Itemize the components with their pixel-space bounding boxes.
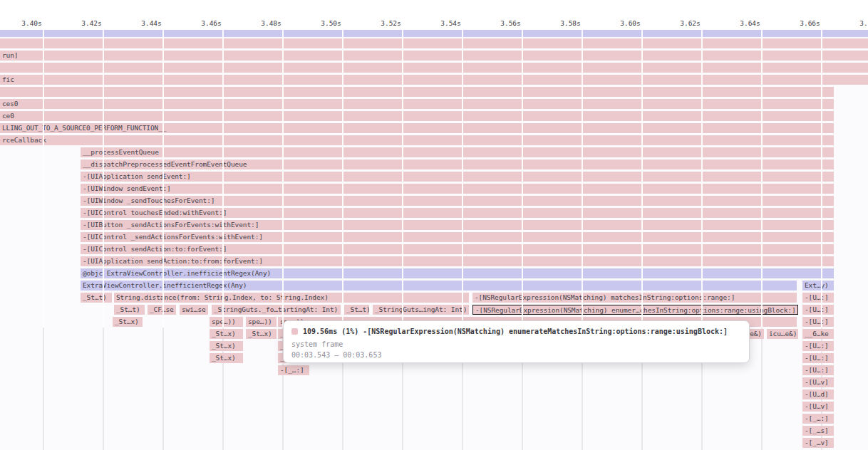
flame-bar[interactable]: LLING_OUT_TO_A_SOURCE0_PERFORM_FUNCTION_… — [0, 123, 834, 133]
flame-bar[interactable]: _St…x) — [210, 341, 243, 351]
flame-bar[interactable]: -[UIControl sendAction:to:forEvent:] — [81, 244, 834, 254]
gridline-overlay — [402, 30, 403, 328]
flame-bar[interactable]: -[U…:] — [802, 293, 834, 303]
flame-bar[interactable]: _St…t) — [81, 293, 112, 303]
flame-bar[interactable]: _St…x) — [246, 329, 277, 339]
flame-bar[interactable]: -[_…:] — [802, 414, 834, 424]
flame-bar[interactable]: _St…t) — [114, 305, 145, 315]
gridline-overlay — [582, 30, 583, 328]
axis-tick-label: 3.48s — [261, 19, 282, 28]
frame-tooltip: 109.56ms (1%) -[NSRegularExpression(NSMa… — [283, 320, 750, 363]
flame-bar[interactable] — [0, 30, 868, 37]
axis-tick-label: 3.64s — [740, 19, 761, 28]
axis-tick-label: 3.52s — [381, 19, 402, 28]
tooltip-subtitle: system frame — [291, 340, 741, 348]
flame-bar[interactable]: _St…x) — [113, 317, 143, 327]
flame-bar[interactable] — [0, 63, 868, 73]
flame-bar[interactable]: __processEventQueue — [81, 147, 834, 157]
gridline-overlay — [43, 30, 44, 328]
axis-tick-label: 3.42s — [81, 19, 103, 28]
gridline-overlay — [462, 30, 463, 328]
flame-bar[interactable]: rceCallback — [0, 135, 834, 145]
flame-bar[interactable]: String.distance(from: String.Index, to: … — [114, 293, 469, 303]
flame-bar[interactable]: -[U…:] — [802, 353, 834, 363]
flame-bar[interactable]: -[U…:] — [802, 305, 834, 315]
flame-bar[interactable]: _StringGuts._fo…tartingAt: Int) — [212, 305, 341, 315]
flame-bar[interactable]: spe…)) — [246, 317, 277, 327]
flame-bar[interactable]: icu…e&) — [767, 329, 798, 339]
flame-bar[interactable]: -[U…v] — [802, 402, 834, 412]
flame-bar[interactable]: -[UIApplication sendEvent:] — [81, 172, 834, 182]
flame-bar[interactable]: ces0 — [0, 99, 834, 109]
flame-bar[interactable]: -[_…v] — [802, 438, 834, 448]
flame-bar[interactable]: ce0 — [0, 111, 834, 121]
flame-bar[interactable]: _StringGuts…ingAt: Int) — [373, 305, 469, 315]
flame-bar[interactable]: -[UIApplication sendAction:to:from:forEv… — [81, 256, 834, 266]
flame-bar[interactable]: swi…se — [180, 305, 208, 315]
gridline-overlay — [103, 30, 104, 328]
flame-bar[interactable]: _St…x) — [210, 329, 243, 339]
flame-bar[interactable]: __dispatchPreprocessedEventFromEventQueu… — [81, 159, 834, 169]
gridline-overlay — [342, 30, 343, 328]
axis-tick-label: 3.68s — [859, 19, 868, 28]
flame-graph-canvas[interactable]: 3.40s3.42s3.44s3.46s3.48s3.50s3.52s3.54s… — [0, 0, 868, 450]
axis-tick-label: 3.66s — [800, 19, 821, 28]
flame-bar[interactable]: -[U…:] — [802, 317, 834, 327]
tooltip-time-range: 00:03.543 — 00:03.653 — [291, 351, 741, 359]
flame-bar[interactable]: -[U…v] — [802, 377, 834, 387]
frame-color-swatch-icon — [291, 328, 298, 335]
flame-bar[interactable]: -[UIWindow sendEvent:] — [81, 184, 834, 194]
flame-bar[interactable] — [0, 38, 868, 48]
tooltip-title-row: 109.56ms (1%) -[NSRegularExpression(NSMa… — [291, 327, 741, 336]
flame-bar[interactable] — [0, 87, 834, 97]
axis-tick-label: 3.44s — [141, 19, 162, 28]
flame-bar[interactable]: -[UIWindow _sendTouchesForEvent:] — [81, 196, 834, 206]
flame-bar[interactable]: spe…)) — [210, 317, 243, 327]
gridline-overlay — [641, 30, 643, 328]
flame-bar[interactable]: run] — [0, 51, 868, 61]
flame-bar[interactable]: __6…ke — [802, 329, 834, 339]
flame-bar[interactable]: -[_…:] — [278, 365, 309, 375]
flame-bar[interactable]: -[UIControl _sendActionsForEvents:withEv… — [81, 232, 834, 242]
gridline-overlay — [222, 30, 224, 328]
axis-tick-label: 3.50s — [321, 19, 342, 28]
gridline-overlay — [761, 30, 763, 328]
gridline-overlay — [701, 30, 703, 328]
flame-bar[interactable]: Ext…y) — [802, 281, 834, 291]
flame-bar[interactable]: -[_…s] — [802, 426, 834, 436]
flame-bar[interactable]: -[UIControl touchesEnded:withEvent:] — [81, 208, 834, 218]
axis-tick-label: 3.46s — [201, 19, 222, 28]
gridline-overlay — [162, 30, 164, 328]
flame-bar[interactable]: -[U…d] — [802, 389, 834, 399]
axis-tick-label: 3.40s — [21, 19, 43, 28]
flame-bar[interactable]: ExtraViewController.inefficientRegex(Any… — [81, 281, 797, 291]
flame-bar[interactable]: -[U…:] — [802, 365, 834, 375]
axis-tick-label: 3.56s — [500, 19, 522, 28]
axis-tick-label: 3.60s — [620, 19, 641, 28]
axis-tick-label: 3.58s — [560, 19, 582, 28]
gridline-overlay — [522, 30, 523, 328]
flame-bar[interactable]: -[U…:] — [802, 341, 834, 351]
flame-bar[interactable]: fic — [0, 75, 868, 85]
gridline-overlay — [821, 30, 822, 328]
flame-bar[interactable]: _St…x) — [210, 353, 243, 363]
tooltip-title: 109.56ms (1%) -[NSRegularExpression(NSMa… — [303, 328, 728, 335]
axis-tick-label: 3.54s — [440, 19, 462, 28]
time-ruler[interactable]: 3.40s3.42s3.44s3.46s3.48s3.50s3.52s3.54s… — [0, 0, 868, 29]
flame-bar[interactable]: @objc ExtraViewController.inefficientReg… — [81, 268, 834, 278]
flame-bar[interactable]: -[UIButton _sendActionsForEvents:withEve… — [81, 220, 834, 230]
gridline-overlay — [282, 30, 284, 328]
axis-tick-label: 3.62s — [680, 19, 701, 28]
flame-bar[interactable]: _St…t) — [344, 305, 369, 315]
